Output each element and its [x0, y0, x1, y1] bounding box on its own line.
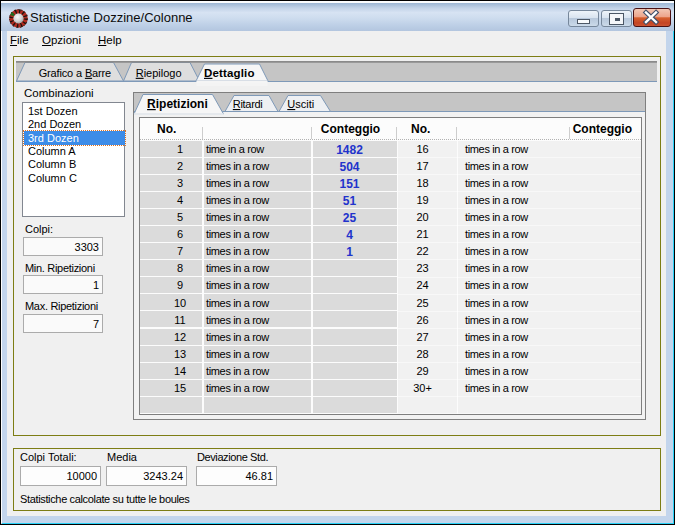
svg-text:Grafico a Barre: Grafico a Barre [39, 67, 111, 79]
svg-text:Dettaglio: Dettaglio [204, 67, 255, 79]
svg-text:Riepilogo: Riepilogo [136, 67, 182, 79]
svg-text:Ritardi: Ritardi [233, 98, 263, 110]
svg-text:Usciti: Usciti [287, 98, 314, 110]
svg-text:Ripetizioni: Ripetizioni [147, 97, 208, 111]
